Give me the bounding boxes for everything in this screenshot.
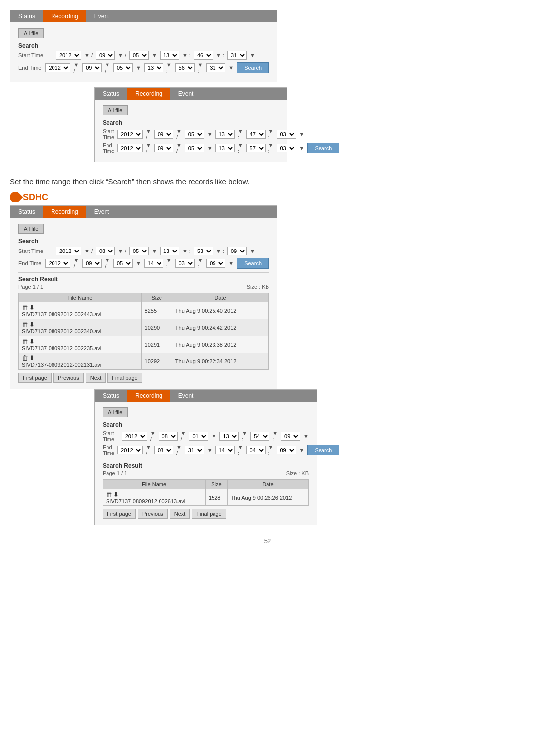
pagination-btn[interactable]: Next <box>86 373 106 383</box>
ov-end-sec[interactable]: 03 <box>277 144 296 152</box>
end-day-1[interactable]: 05 <box>113 63 133 72</box>
ov-start-sec[interactable]: 03 <box>277 130 296 139</box>
allfile-btn-bo[interactable]: All file <box>103 407 128 417</box>
tab-event-ov[interactable]: Event <box>170 88 202 100</box>
download-icon[interactable]: ⬇ <box>29 321 35 328</box>
main-end-year[interactable]: 2012 <box>45 259 70 268</box>
tab-recording-main[interactable]: Recording <box>43 206 86 218</box>
main-start-day[interactable]: 05 <box>129 247 149 255</box>
table-row: 🗑 ⬇ SIVD7137-08092012-002443.avi 8255 Th… <box>19 302 269 319</box>
bo-start-sec[interactable]: 09 <box>281 432 300 441</box>
tab-event-1[interactable]: Event <box>86 10 117 22</box>
ov-start-day[interactable]: 05 <box>185 130 204 139</box>
tab-recording-1[interactable]: Recording <box>43 10 86 22</box>
pagination-btn[interactable]: First page <box>18 373 52 383</box>
bo-start-hour[interactable]: 13 <box>219 432 239 441</box>
start-hour-1[interactable]: 13 <box>160 51 179 60</box>
file-icon[interactable]: 🗑 <box>22 304 28 311</box>
bo-end-month[interactable]: 08 <box>154 446 173 454</box>
tab-status-ov[interactable]: Status <box>95 88 127 100</box>
bo-end-min[interactable]: 04 <box>246 446 266 454</box>
main-start-month[interactable]: 08 <box>96 247 115 255</box>
ov-start-month[interactable]: 09 <box>154 130 173 139</box>
end-time-label-main: End Time <box>18 260 42 266</box>
main-start-min[interactable]: 53 <box>194 247 213 255</box>
main-end-hour[interactable]: 14 <box>144 259 163 268</box>
main-end-month[interactable]: 09 <box>82 259 102 268</box>
ov-end-min[interactable]: 57 <box>246 144 266 152</box>
search-label-ov: Search <box>103 119 279 126</box>
tab-event-bo[interactable]: Event <box>170 390 202 402</box>
ov-start-hour[interactable]: 13 <box>215 130 235 139</box>
main-start-sec[interactable]: 09 <box>227 247 247 255</box>
ov-start-year[interactable]: 2012 <box>117 130 143 139</box>
tab-recording-ov[interactable]: Recording <box>127 88 170 100</box>
bo-end-year[interactable]: 2012 <box>117 446 143 454</box>
pagination-btn[interactable]: Final page <box>107 373 142 383</box>
bo-start-day[interactable]: 01 <box>189 432 208 441</box>
bo-end-sec[interactable]: 09 <box>277 446 296 454</box>
main-end-day[interactable]: 05 <box>113 259 133 268</box>
cell-size: 10291 <box>141 336 172 353</box>
start-day-1[interactable]: 05 <box>129 51 149 60</box>
main-end-sec[interactable]: 09 <box>206 259 225 268</box>
bo-start-month[interactable]: 08 <box>159 432 178 441</box>
search-btn-ov[interactable]: Search <box>307 143 339 153</box>
ov-end-hour[interactable]: 13 <box>215 144 235 152</box>
logo-text-main: SDHC <box>23 192 48 202</box>
download-icon[interactable]: ⬇ <box>29 338 35 345</box>
ov-start-min[interactable]: 47 <box>246 130 266 139</box>
allfile-btn-1[interactable]: All file <box>18 28 44 38</box>
search-btn-main[interactable]: Search <box>237 258 269 269</box>
tab-recording-bo[interactable]: Recording <box>127 390 170 402</box>
allfile-btn-main[interactable]: All file <box>18 224 44 234</box>
bo-end-hour[interactable]: 14 <box>215 446 235 454</box>
pagination-btn[interactable]: Previous <box>138 509 168 519</box>
file-icon[interactable]: 🗑 <box>106 491 112 498</box>
allfile-btn-ov[interactable]: All file <box>103 105 128 115</box>
ov-end-month[interactable]: 09 <box>154 144 173 152</box>
bo-end-day[interactable]: 31 <box>185 446 204 454</box>
search-result-label-bo: Search Result <box>103 462 309 469</box>
file-icon[interactable]: 🗑 <box>22 354 28 362</box>
start-month-1[interactable]: 09 <box>96 51 115 60</box>
tab-status-main[interactable]: Status <box>10 206 43 218</box>
main-start-year[interactable]: 2012 <box>56 247 81 255</box>
tab-status-1[interactable]: Status <box>10 10 43 22</box>
main-end-min[interactable]: 03 <box>175 259 195 268</box>
ov-end-day[interactable]: 05 <box>185 144 204 152</box>
end-sec-1[interactable]: 31 <box>206 63 225 72</box>
col-size-main: Size <box>141 293 172 302</box>
ov-end-year[interactable]: 2012 <box>117 144 143 152</box>
start-year-1[interactable]: 2012 <box>56 51 81 60</box>
main-start-hour[interactable]: 13 <box>160 247 179 255</box>
end-min-1[interactable]: 56 <box>175 63 195 72</box>
pagination-btn[interactable]: Previous <box>54 373 84 383</box>
file-icon[interactable]: 🗑 <box>22 321 28 328</box>
col-date-bo: Date <box>227 480 308 489</box>
separator-bo <box>103 459 309 459</box>
start-sec-1[interactable]: 31 <box>227 51 247 60</box>
pagination-btn[interactable]: Final page <box>192 509 226 519</box>
tab-event-main[interactable]: Event <box>86 206 117 218</box>
search-btn-1[interactable]: Search <box>237 62 269 73</box>
tab-status-bo[interactable]: Status <box>95 390 127 402</box>
end-hour-1[interactable]: 13 <box>144 63 163 72</box>
bo-start-min[interactable]: 54 <box>250 432 269 441</box>
end-year-1[interactable]: 2012 <box>45 63 70 72</box>
download-icon[interactable]: ⬇ <box>29 304 35 311</box>
search-btn-bo[interactable]: Search <box>307 445 339 455</box>
pagination-btn[interactable]: First page <box>103 509 136 519</box>
end-month-1[interactable]: 09 <box>82 63 102 72</box>
download-icon[interactable]: ⬇ <box>113 491 119 498</box>
bottom-section: Status Recording Event All file Search S… <box>10 389 525 525</box>
download-icon[interactable]: ⬇ <box>29 354 35 362</box>
col-filename-main: File Name <box>19 293 142 302</box>
search-label-1: Search <box>18 42 269 49</box>
pagination-btn[interactable]: Next <box>170 509 190 519</box>
file-icon[interactable]: 🗑 <box>22 338 28 345</box>
result-table-main: File Name Size Date 🗑 ⬇ SIVD7137-0809201… <box>18 293 269 370</box>
bo-start-year[interactable]: 2012 <box>122 432 147 441</box>
cell-size: 10290 <box>141 319 172 336</box>
start-min-1[interactable]: 46 <box>194 51 213 60</box>
